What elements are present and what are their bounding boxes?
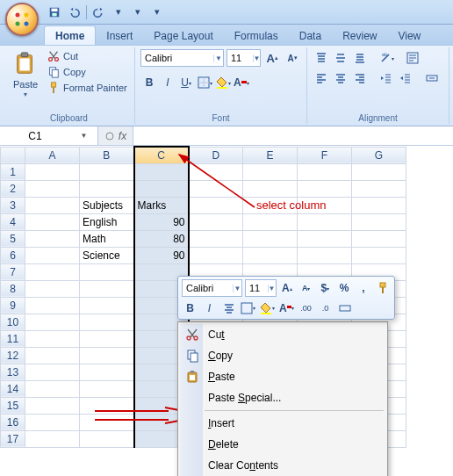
tab-home[interactable]: Home: [44, 25, 96, 45]
cell-C6[interactable]: 90: [134, 247, 189, 263]
tab-insert[interactable]: Insert: [96, 26, 143, 45]
cell-A7[interactable]: [25, 263, 80, 280]
paste-dropdown-icon[interactable]: ▼: [23, 91, 29, 97]
cell-E2[interactable]: [243, 180, 298, 197]
cell-C4[interactable]: 90: [134, 213, 189, 230]
align-bottom-button[interactable]: [351, 49, 369, 67]
wrap-text-button[interactable]: [404, 49, 421, 67]
chevron-down-icon[interactable]: ▼: [253, 54, 261, 62]
mini-format-painter-button[interactable]: [374, 280, 391, 297]
cell-A9[interactable]: [25, 297, 80, 314]
name-box-input[interactable]: [0, 130, 70, 142]
select-all-corner[interactable]: [1, 147, 25, 163]
qat-more-icon[interactable]: ▾: [150, 5, 164, 19]
format-painter-button[interactable]: Format Painter: [46, 81, 129, 95]
cell-A1[interactable]: [25, 163, 80, 180]
row-header-5[interactable]: 5: [1, 230, 25, 247]
mini-font-name-combo[interactable]: ▼: [182, 279, 242, 297]
font-size-input[interactable]: [227, 53, 253, 63]
font-color-button[interactable]: A▾: [233, 74, 250, 91]
cell-B10[interactable]: [80, 314, 134, 330]
cell-A14[interactable]: [25, 380, 80, 397]
align-center-button[interactable]: [332, 69, 349, 87]
column-header-G[interactable]: G: [352, 147, 406, 163]
cell-G4[interactable]: [352, 213, 406, 230]
cell-F1[interactable]: [298, 163, 352, 180]
fx-button[interactable]: fx: [98, 126, 133, 145]
mini-border-button[interactable]: ▾: [240, 299, 256, 316]
spreadsheet-grid[interactable]: ABCDEFG123SubjectsMarks4English905Math80…: [0, 146, 453, 448]
cell-G5[interactable]: [352, 230, 406, 247]
cell-B5[interactable]: Math: [80, 230, 134, 247]
cell-E1[interactable]: [243, 163, 298, 180]
cell-C1[interactable]: [134, 163, 189, 180]
cell-A12[interactable]: [25, 347, 80, 364]
cell-A4[interactable]: [25, 213, 80, 230]
row-header-4[interactable]: 4: [1, 213, 25, 230]
cell-D6[interactable]: [189, 247, 243, 263]
cell-B9[interactable]: [80, 297, 134, 314]
column-header-C[interactable]: C: [134, 147, 189, 163]
tab-review[interactable]: Review: [332, 26, 387, 45]
formula-input-wrap[interactable]: [133, 126, 453, 145]
cell-C2[interactable]: [134, 180, 189, 197]
row-header-16[interactable]: 16: [1, 414, 25, 430]
cell-D2[interactable]: [189, 180, 243, 197]
mini-percent-button[interactable]: %: [336, 280, 353, 297]
row-header-14[interactable]: 14: [1, 380, 25, 397]
align-middle-button[interactable]: [332, 49, 349, 67]
cell-G6[interactable]: [352, 247, 406, 263]
cell-B4[interactable]: English: [80, 213, 134, 230]
cell-B1[interactable]: [80, 163, 134, 180]
ctx-delete[interactable]: Delete: [180, 434, 385, 455]
font-name-combo[interactable]: ▼: [140, 49, 224, 67]
cell-B13[interactable]: [80, 364, 134, 380]
cell-A8[interactable]: [25, 280, 80, 297]
align-right-button[interactable]: [351, 69, 369, 87]
chevron-down-icon[interactable]: ▼: [213, 54, 223, 62]
mini-fill-color-button[interactable]: ▾: [259, 299, 276, 316]
cell-B7[interactable]: [80, 263, 134, 280]
mini-decrease-decimal-button[interactable]: .0: [317, 299, 334, 316]
grow-font-button[interactable]: A▴: [263, 49, 281, 67]
cell-E4[interactable]: [243, 213, 298, 230]
font-size-combo[interactable]: ▼: [226, 49, 262, 67]
border-button[interactable]: ▾: [196, 74, 213, 91]
row-header-15[interactable]: 15: [1, 397, 25, 414]
mini-align-center-button[interactable]: [220, 299, 237, 316]
cell-E5[interactable]: [243, 230, 298, 247]
row-header-6[interactable]: 6: [1, 247, 25, 263]
row-header-9[interactable]: 9: [1, 297, 25, 314]
tab-formulas[interactable]: Formulas: [224, 26, 289, 45]
mini-merge-button[interactable]: [336, 299, 353, 316]
chevron-down-icon[interactable]: ▼: [233, 285, 241, 292]
row-header-1[interactable]: 1: [1, 163, 25, 180]
align-left-button[interactable]: [313, 69, 330, 87]
ctx-paste-special[interactable]: Paste Special...: [180, 387, 385, 408]
cell-F4[interactable]: [298, 213, 352, 230]
cell-A15[interactable]: [25, 397, 80, 414]
cell-F5[interactable]: [298, 230, 352, 247]
cell-B8[interactable]: [80, 280, 134, 297]
cell-D1[interactable]: [189, 163, 243, 180]
chevron-down-icon[interactable]: ▼: [70, 132, 97, 140]
fill-color-button[interactable]: ▾: [214, 74, 232, 91]
row-header-8[interactable]: 8: [1, 280, 25, 297]
cell-C3[interactable]: Marks: [134, 197, 189, 213]
ctx-paste[interactable]: Paste: [180, 366, 385, 387]
cell-A3[interactable]: [25, 197, 80, 213]
tab-page-layout[interactable]: Page Layout: [143, 26, 223, 45]
cell-B6[interactable]: Science: [80, 247, 134, 263]
mini-grow-font-button[interactable]: A▴: [279, 280, 296, 297]
cell-B2[interactable]: [80, 180, 134, 197]
cell-B16[interactable]: [80, 414, 134, 430]
cell-C5[interactable]: 80: [134, 230, 189, 247]
column-header-B[interactable]: B: [80, 147, 134, 163]
cell-E6[interactable]: [243, 247, 298, 263]
decrease-indent-button[interactable]: [378, 69, 395, 87]
cell-A16[interactable]: [25, 414, 80, 430]
mini-comma-button[interactable]: ,: [356, 280, 372, 297]
cell-A17[interactable]: [25, 430, 80, 447]
cell-A6[interactable]: [25, 247, 80, 263]
column-header-A[interactable]: A: [25, 147, 80, 163]
